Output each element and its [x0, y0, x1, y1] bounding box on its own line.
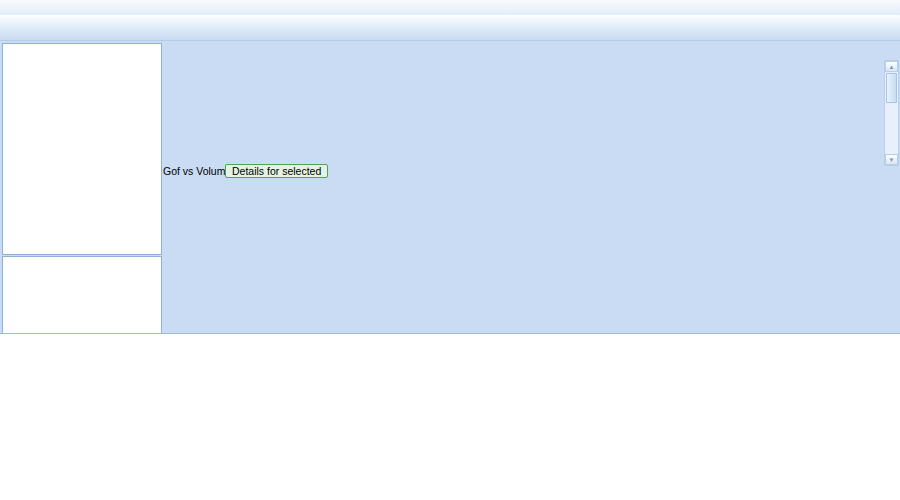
scroll-up-arrow[interactable]: ▲ — [885, 61, 898, 72]
details-for-selected-button[interactable]: Details for selected — [225, 164, 328, 178]
gof-vs-volume-chart — [161, 180, 900, 332]
scroll-down-arrow[interactable]: ▼ — [885, 154, 898, 165]
topas-main-window: ✕ ▲ ▼ Gof vs Volume Details for selected — [0, 0, 900, 500]
toolbar — [0, 15, 900, 41]
table-vertical-scrollbar[interactable]: ▲ ▼ — [884, 60, 899, 166]
result-tabs — [0, 44, 900, 59]
tab-gof-vs-volume[interactable]: Gof vs Volume — [163, 164, 231, 178]
diffraction-pattern-chart — [0, 333, 900, 500]
project-tree-panel — [2, 43, 162, 255]
scroll-thumb[interactable] — [886, 73, 897, 103]
menubar — [0, 0, 900, 16]
indexing-actions-list — [2, 256, 162, 336]
